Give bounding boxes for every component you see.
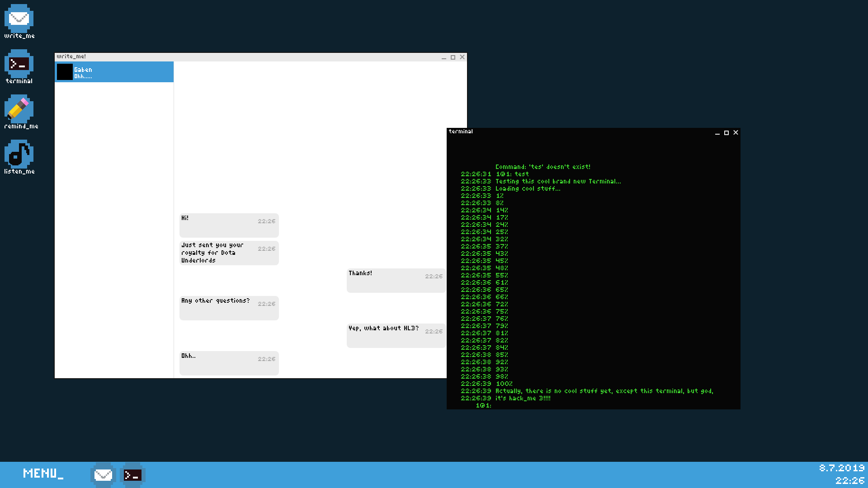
terminal-text: Testing this cool brand new Terminal...: [496, 178, 621, 186]
terminal-timestamp: 22:26:33: [447, 178, 491, 186]
terminal-line: 22:26:36 66%: [447, 294, 741, 301]
terminal-text: 17%: [496, 215, 508, 222]
terminal-timestamp: 22:26:34: [447, 236, 491, 244]
taskbar-item-terminal[interactable]: [120, 462, 146, 488]
message-time: 22:26: [258, 357, 275, 363]
terminal-line: 22:26:36 72%: [447, 301, 741, 309]
terminal-text: 100%: [496, 381, 512, 388]
terminal-line: 22:26:33 8%: [447, 200, 741, 207]
minimize-icon[interactable]: [715, 130, 720, 135]
menu-button[interactable]: MENU_: [24, 462, 63, 488]
desktop-icon-remind-me[interactable]: remind_me: [5, 94, 33, 130]
terminal-line: 22:26:38 92%: [447, 359, 741, 366]
terminal-timestamp: 22:26:35: [447, 272, 491, 280]
minimize-icon[interactable]: [442, 55, 447, 60]
desktop-icon-label: terminal: [5, 79, 33, 85]
terminal-line: 22:26:34 24%: [447, 222, 741, 229]
terminal-line: 22:26:31 1@1: test: [447, 171, 741, 178]
chat-message: Hi! 22:26: [179, 213, 279, 238]
terminal-line: 22:26:39 100%: [447, 381, 741, 388]
terminal-text: 8%: [496, 200, 503, 207]
desktop-icon-listen-me[interactable]: listen_me: [5, 140, 33, 175]
terminal-text: 24%: [496, 222, 508, 229]
terminal-line: 22:26:35 45%: [447, 258, 741, 265]
terminal-timestamp: 22:26:31: [447, 171, 491, 178]
terminal-line: 22:26:35 37%: [447, 244, 741, 251]
terminal-text: Loading cool stuff...: [496, 186, 560, 193]
terminal-timestamp: 22:26:35: [447, 244, 491, 251]
terminal-line: 22:26:35 55%: [447, 272, 741, 280]
terminal-text: 81%: [496, 330, 508, 338]
terminal-icon: [5, 49, 33, 78]
terminal-line: 22:26:34 17%: [447, 215, 741, 222]
terminal-text: 84%: [496, 345, 508, 352]
terminal-timestamp: 22:26:37: [447, 330, 491, 338]
terminal-line: 22:26:39 it's hack_me 3!!!!: [447, 395, 741, 403]
terminal-timestamp: [447, 164, 491, 171]
maximize-icon[interactable]: [451, 55, 456, 60]
contact-item-gaben[interactable]: Gaben Ohh.....: [55, 61, 174, 82]
terminal-line: 22:26:33 Loading cool stuff...: [447, 186, 741, 193]
terminal-text: Command: 'tes' doesn't exist!: [496, 164, 590, 171]
terminal-text: 32%: [496, 236, 508, 244]
terminal-text: 75%: [496, 309, 508, 316]
desktop-icon-label: listen_me: [5, 169, 33, 175]
message-time: 22:26: [258, 247, 275, 253]
terminal-timestamp: 22:26:33: [447, 200, 491, 207]
terminal-timestamp: 22:26:37: [447, 338, 491, 345]
terminal-text: 65%: [496, 287, 508, 294]
terminal-timestamp: 22:26:38: [447, 359, 491, 366]
terminal-text: it's hack_me 3!!!!: [496, 395, 550, 403]
clock-date: 8.7.2019: [820, 463, 864, 476]
terminal-line: 22:26:37 81%: [447, 330, 741, 338]
taskbar-item-write-me[interactable]: [90, 462, 116, 488]
terminal-text: 61%: [496, 280, 508, 287]
terminal-text: 85%: [496, 352, 508, 359]
close-icon[interactable]: [460, 55, 465, 60]
terminal-line: 22:26:34 25%: [447, 229, 741, 236]
maximize-icon[interactable]: [724, 130, 729, 135]
close-icon[interactable]: [733, 130, 738, 135]
terminal-timestamp: 22:26:37: [447, 345, 491, 352]
terminal-log[interactable]: Command: 'tes' doesn't exist! 22:26:31 1…: [447, 137, 741, 410]
terminal-timestamp: 22:26:38: [447, 366, 491, 374]
terminal-line: 22:26:34 14%: [447, 207, 741, 215]
terminal-text: 25%: [496, 229, 508, 236]
terminal-text: 72%: [496, 301, 508, 309]
terminal-line: 22:26:33 1%: [447, 193, 741, 200]
terminal-icon: [120, 462, 146, 488]
desktop-icon-label: remind_me: [5, 124, 33, 130]
contact-list: Gaben Ohh.....: [55, 61, 174, 378]
terminal-line: 22:26:34 32%: [447, 236, 741, 244]
terminal-timestamp: 22:26:37: [447, 323, 491, 330]
terminal-line: 22:26:38 85%: [447, 352, 741, 359]
music-note-icon: [5, 140, 33, 169]
terminal-line: Command: 'tes' doesn't exist!: [447, 164, 741, 171]
terminal-text: 14%: [496, 207, 508, 215]
terminal-line: 22:26:36 75%: [447, 309, 741, 316]
terminal-line: 1@1:: [447, 403, 741, 410]
write-me-titlebar[interactable]: write_me!: [55, 53, 467, 61]
terminal-text: 55%: [496, 272, 508, 280]
terminal-line: 22:26:37 76%: [447, 316, 741, 323]
message-time: 22:26: [425, 329, 443, 336]
terminal-line: 22:26:37 79%: [447, 323, 741, 330]
terminal-line: 22:26:38 93%: [447, 366, 741, 374]
taskbar-clock[interactable]: 8.7.2019 22:26: [820, 463, 864, 488]
terminal-line: 22:26:37 84%: [447, 345, 741, 352]
terminal-text: 66%: [496, 294, 508, 301]
terminal-titlebar[interactable]: terminal: [447, 128, 741, 137]
terminal-text: 45%: [496, 258, 508, 265]
terminal-timestamp: 22:26:39: [447, 388, 491, 395]
terminal-timestamp: 22:26:36: [447, 301, 491, 309]
terminal-text: 79%: [496, 323, 508, 330]
terminal-line: 22:26:36 65%: [447, 287, 741, 294]
message-time: 22:26: [425, 274, 443, 281]
terminal-timestamp: 22:26:34: [447, 222, 491, 229]
terminal-line: 22:26:35 43%: [447, 251, 741, 258]
desktop-icon-write-me[interactable]: write_me: [5, 4, 33, 40]
desktop-icon-terminal[interactable]: terminal: [5, 49, 33, 85]
terminal-line: 22:26:36 61%: [447, 280, 741, 287]
message-time: 22:26: [258, 302, 275, 308]
terminal-timestamp: 22:26:33: [447, 193, 491, 200]
